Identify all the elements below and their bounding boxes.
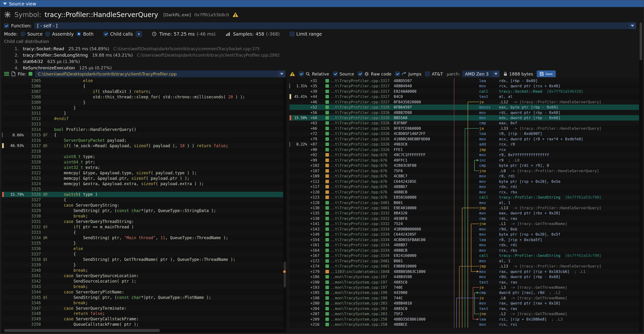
asm-source-location[interactable]: ..t\TracyProfiler.cpp:3326	[330, 105, 394, 109]
selected-line-marker[interactable]	[283, 270, 286, 273]
source-line[interactable]: 3344 case ServerQueryPlotName:	[2, 289, 286, 295]
source-line[interactable]: 3329 SendString( ptr, (const char*)ptr, …	[2, 208, 286, 213]
source-line[interactable]: 3311 }	[2, 111, 286, 116]
asm-source-location[interactable]: ..t\TracyProfiler.hpp:676	[330, 190, 394, 194]
asm-source-location[interactable]: ..mon\TracySystem.cpp:199	[330, 290, 394, 295]
source-line[interactable]: 3349 case ServerQueryCallstackFrame:	[2, 316, 286, 322]
source-line[interactable]: 3318	[2, 148, 286, 154]
asm-row[interactable]: +164..t\TracyProfiler.cpp:3334488BCBmovr…	[290, 248, 640, 253]
source-line[interactable]: 3305 else	[2, 78, 286, 83]
source-toggle[interactable]: Source	[333, 71, 354, 76]
title-bar[interactable]: Source view	[0, 0, 644, 7]
asm-row[interactable]: +56..t\TracyProfiler.cpp:3326488B7D98mov…	[290, 110, 640, 115]
source-line[interactable]: 3310 }	[2, 105, 286, 111]
att-toggle[interactable]: AT&T	[425, 71, 443, 76]
asm-row[interactable]: 45.41%+44..t\TracyProfiler.cpp:331784C0t…	[290, 94, 640, 99]
asm-row[interactable]: +52..t\TracyProfiler.cpp:33260FB64597mov…	[290, 105, 640, 110]
asm-row[interactable]: 1.31%+35..t\TracyProfiler.cpp:3317488B49…	[290, 83, 640, 88]
source-line[interactable]: 3307 if( shouldExit ) return;	[2, 89, 286, 94]
asm-source-location[interactable]: ..t\TracyProfiler.cpp:3317	[330, 89, 394, 94]
asm-row[interactable]: +138..t\TracyProfiler.cpp:3332483BF8cmpr…	[290, 216, 640, 221]
asm-row[interactable]: +130..t\TracyProfiler.cpp:3401E9E4010000…	[290, 205, 640, 210]
asm-source-location[interactable]: ..t\TracyProfiler.hpp:676	[330, 153, 394, 157]
radio-both[interactable]: Both	[76, 31, 94, 36]
asm-source-location[interactable]: ..t\TracyProfiler.cpp:3332	[330, 221, 394, 226]
radio-assembly[interactable]: Assembly	[45, 31, 74, 36]
source-line[interactable]: 46.93%3317@5 if( !m_sock->Read( &payload…	[2, 143, 286, 148]
source-line[interactable]: 3330 break;	[2, 213, 286, 219]
asm-source-location[interactable]: ..t\TracyProfiler.cpp:3326	[330, 131, 394, 136]
child-calls-toggle[interactable]: Child calls	[104, 31, 133, 36]
source-line[interactable]: 3325	[2, 186, 286, 192]
source-line[interactable]: 3337 {	[2, 251, 286, 257]
asm-source-location[interactable]: ..mon\TracySystem.cpp:203	[330, 306, 394, 311]
source-line[interactable]: 3319 uint8_t type;	[2, 154, 286, 159]
asm-row[interactable]: +190..mon\TracySystem.cpp:1974885C0testr…	[290, 280, 640, 285]
asm-row[interactable]: +200..mon\TracySystem.cpp:203488B4010mov…	[290, 301, 640, 306]
asm-source-location[interactable]: ..t\TracyProfiler.cpp:3334	[330, 232, 394, 237]
asm-source-location[interactable]: ..t\TracyProfiler.cpp:3326	[330, 116, 394, 120]
asm-source-location[interactable]: ..t\TracyProfiler.hpp:676	[330, 169, 394, 173]
source-line[interactable]: 3334@6 SendString( ptr, "Main thread", 1…	[2, 235, 286, 241]
asm-row[interactable]: +46..t\TracyProfiler.cpp:33170F843502000…	[290, 99, 640, 105]
asm-row[interactable]: +207..mon\TracySystem.cpp:20375F2jne.L2 …	[290, 311, 640, 317]
asm-source-location[interactable]: ..t\TracyProfiler.cpp:3334	[330, 243, 394, 247]
up-arrow-button[interactable]	[136, 31, 142, 37]
source-line[interactable]: 3324 memcpy( &extra, &payload.extra, siz…	[2, 181, 286, 186]
asm-source-location[interactable]: ..t\TracyProfiler.cpp:3401	[330, 206, 394, 210]
source-line[interactable]: 3323 memcpy( &ptr, &payload.ptr, sizeof(…	[2, 175, 286, 181]
asm-source-location[interactable]: ..mon\TracySystem.cpp:203	[330, 312, 394, 316]
asm-row[interactable]: +90..t\TracyProfiler.cpp:3326FFE1jmprcx	[290, 147, 640, 152]
child-call-entry[interactable]: 1.tracy::Socket::Read25.25 ms (54.89%)C:…	[12, 45, 638, 52]
source-line[interactable]: 3348 return false;	[2, 311, 286, 316]
asm-source-location[interactable]: ..mon\TracySystem.cpp:199	[330, 296, 394, 300]
asm-row[interactable]: +66..t\TracyProfiler.cpp:33260F87CE06000…	[290, 126, 640, 131]
function-checkbox[interactable]	[4, 23, 9, 28]
asm-row[interactable]: +154..t\TracyProfiler.cpp:33344C8D055FBA…	[290, 237, 640, 242]
asm-source-location[interactable]: ..t\TracyProfiler.hpp:676	[330, 163, 394, 168]
asm-source-location[interactable]: ..t\TracyProfiler.cpp:3326	[330, 137, 394, 141]
asm-source-location[interactable]: ..t\TracyProfiler.hpp:676	[330, 179, 394, 184]
source-line[interactable]: 3312#endif	[2, 116, 286, 122]
asm-row[interactable]: +128..t\TracyProfiler.cpp:3401B001moval,…	[290, 200, 640, 205]
child-calls-checkbox[interactable]	[104, 32, 108, 36]
asm-source-location[interactable]: ..t\TracyProfiler.cpp:3326	[330, 148, 394, 152]
asm-row[interactable]: +204..mon\TracySystem.cpp:2034885C0testr…	[290, 306, 640, 311]
source-line[interactable]: 3314bool Profiler::HandleServerQuery()	[2, 127, 286, 132]
source-line[interactable]: 3320 uint64_t ptr;	[2, 159, 286, 165]
asm-row[interactable]: +117..t\TracyProfiler.hpp:676488BD7movrd…	[290, 184, 640, 189]
source-line[interactable]: 3340 break;	[2, 268, 286, 273]
source-line[interactable]: 3328 case ServerQueryString:	[2, 203, 286, 208]
source-line[interactable]: 3341 case ServerQuerySourceLocation:	[2, 273, 286, 278]
asm-source-location[interactable]: ..t\TracyProfiler.cpp:3317	[330, 94, 394, 99]
asm-source-location[interactable]: ..mon\TracySystem.cpp:203	[330, 301, 394, 306]
asm-source-location[interactable]: ..t\TracyProfiler.cpp:3334	[330, 227, 394, 231]
relative-toggle[interactable]: Relative	[299, 71, 329, 76]
asm-source-location[interactable]: ..t\TracyProfiler.cpp:3334	[330, 248, 394, 253]
asm-row[interactable]: +123..t\TracyProfiler.hpp:676E850160000c…	[290, 195, 640, 200]
asm-source-location[interactable]: ..t\TracyProfiler.cpp:3334	[330, 253, 394, 258]
save-button[interactable]: Save	[537, 71, 556, 77]
asm-row[interactable]: +63..t\TracyProfiler.cpp:332683F80Fcmpea…	[290, 121, 640, 126]
jumps-checkbox[interactable]	[395, 71, 400, 76]
asm-row[interactable]: +107..t\TracyProfiler.hpp:67675F6jne.L0 …	[290, 168, 640, 173]
asm-source-location[interactable]: ..mon\TracySystem.cpp:197	[330, 280, 394, 285]
source-line[interactable]: 3322 memcpy( &type, &payload.type, sizeo…	[2, 170, 286, 175]
asm-source-location[interactable]: ..mon\TracySystem.cpp:258	[330, 322, 394, 327]
asm-source-location[interactable]: ..t\TracyProfiler.cpp:3401	[330, 259, 394, 263]
source-line[interactable]: 3346 break;	[2, 300, 286, 306]
collapse-triangle-icon[interactable]	[3, 2, 7, 5]
source-scrollbar[interactable]	[283, 78, 286, 328]
asm-source-location[interactable]: ..t\TracyProfiler.cpp:3326	[330, 142, 394, 147]
asm-source-location[interactable]: ..t\TracyProfiler.cpp:3332	[330, 211, 394, 215]
radio-assembly-icon[interactable]	[45, 32, 50, 36]
source-line[interactable]: 3306 {	[2, 83, 286, 89]
asm-row[interactable]: +112..t\TracyProfiler.hpp:676C64424205Em…	[290, 179, 640, 184]
radio-source-icon[interactable]	[20, 32, 25, 36]
asm-source-location[interactable]: ..t\TracyProfiler.cpp:3332	[330, 216, 394, 221]
asm-source-location[interactable]: ..mon\TracySystem.cpp:258	[330, 317, 394, 322]
asm-row[interactable]: +198..mon\TracySystem.cpp:199744Cje.L6 -…	[290, 295, 640, 301]
horizontal-scrollbar[interactable]	[2, 329, 286, 332]
jumps-toggle[interactable]: Jumps	[395, 71, 421, 76]
raw-code-checkbox[interactable]	[358, 71, 362, 76]
